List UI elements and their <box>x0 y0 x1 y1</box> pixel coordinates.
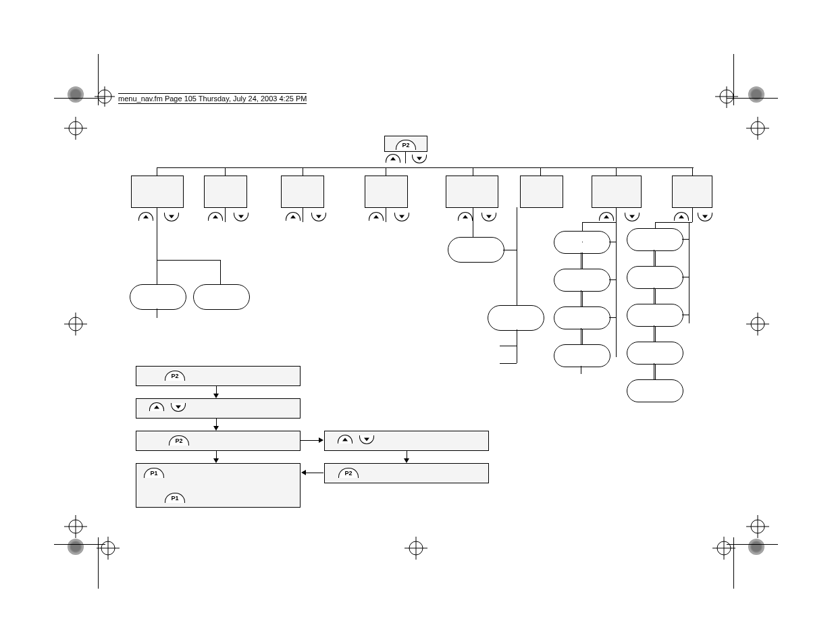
connector <box>540 167 541 176</box>
nav-up-icon <box>286 212 301 221</box>
category-3 <box>281 176 324 208</box>
nav-up-icon <box>674 212 689 221</box>
nav-up-icon <box>369 212 384 221</box>
connector <box>157 260 220 261</box>
connector <box>582 242 583 242</box>
reg-cross-br <box>710 535 737 562</box>
connector <box>581 366 581 374</box>
nav-down-icon <box>164 213 179 221</box>
arrow-left-icon <box>301 470 306 475</box>
reg-cross-mr <box>744 311 771 338</box>
nav-down-icon <box>625 213 640 221</box>
connector <box>581 252 581 269</box>
category-2 <box>204 176 247 208</box>
connector <box>654 325 654 342</box>
reg-cross-tl2 <box>62 115 89 142</box>
connector <box>500 346 517 346</box>
connector <box>225 207 226 222</box>
connector <box>654 288 654 304</box>
reg-cross-bl2 <box>62 513 89 540</box>
arrow-right-icon <box>319 437 323 443</box>
arrow-down-icon <box>213 394 219 398</box>
reg-cross-mb <box>402 535 429 562</box>
reg-dot-bl <box>68 539 84 555</box>
reg-dot-br <box>748 539 764 555</box>
reg-cross-tl <box>93 65 157 129</box>
connector <box>616 167 617 176</box>
option-pill <box>554 231 610 254</box>
connector <box>609 279 616 280</box>
connector <box>692 207 693 222</box>
option-pill <box>627 342 683 365</box>
nav-down-icon <box>311 213 326 221</box>
category-1 <box>131 176 184 208</box>
nav-down-icon <box>394 213 409 221</box>
connector <box>654 250 654 266</box>
connector <box>616 207 617 222</box>
connector <box>581 328 581 344</box>
nav-down-icon <box>698 213 712 221</box>
option-pill <box>193 284 250 310</box>
connector <box>473 167 473 176</box>
option-pill <box>448 237 504 263</box>
connector <box>305 473 323 473</box>
category-7 <box>592 176 642 208</box>
connector <box>303 207 303 222</box>
connector <box>609 242 616 242</box>
connector <box>473 207 473 222</box>
connector <box>500 363 517 364</box>
nav-up-icon <box>458 212 473 221</box>
connector <box>157 222 157 284</box>
option-pill <box>627 228 683 251</box>
option-pill <box>554 306 610 329</box>
connector <box>582 252 583 253</box>
connector-bus <box>157 167 694 168</box>
reg-cross-tr <box>713 86 740 113</box>
option-pill <box>554 344 610 367</box>
category-5 <box>446 176 498 208</box>
connector <box>517 207 517 305</box>
nav-down-icon <box>234 213 249 221</box>
connector <box>220 260 221 284</box>
option-pill <box>627 379 683 402</box>
option-pill <box>130 284 186 310</box>
connector <box>405 151 406 163</box>
nav-up-icon <box>138 212 153 221</box>
connector <box>386 167 386 176</box>
option-pill <box>627 266 683 289</box>
nav-down-icon <box>481 213 496 221</box>
arrow-down-icon <box>213 426 219 431</box>
nav-up-icon <box>599 212 614 221</box>
connector <box>473 222 473 237</box>
connector <box>157 167 157 176</box>
connector <box>689 222 689 323</box>
nav-up-icon <box>208 212 223 221</box>
flow-step-3 <box>136 431 301 451</box>
connector <box>682 239 689 240</box>
reg-cross-br2 <box>744 513 771 540</box>
reg-cross-tr2 <box>744 115 771 142</box>
nav-down-icon <box>412 155 427 163</box>
connector <box>582 222 616 223</box>
connector <box>682 315 689 315</box>
connector <box>682 277 689 277</box>
connector <box>692 167 693 176</box>
connector <box>157 207 157 222</box>
connector <box>616 222 617 357</box>
connector <box>386 207 386 222</box>
arrow-down-icon <box>213 458 219 463</box>
category-8 <box>672 176 712 208</box>
category-4 <box>365 176 408 208</box>
reg-cross-bl <box>95 535 122 562</box>
reg-dot-tl <box>68 86 84 103</box>
option-pill <box>627 304 683 327</box>
connector <box>609 317 616 318</box>
flow-step-1 <box>136 366 301 386</box>
nav-up-icon <box>386 154 400 163</box>
connector <box>517 329 517 363</box>
connector <box>581 290 581 306</box>
category-6 <box>520 176 563 208</box>
connector <box>225 167 226 176</box>
connector <box>654 363 654 379</box>
connector <box>300 440 320 441</box>
